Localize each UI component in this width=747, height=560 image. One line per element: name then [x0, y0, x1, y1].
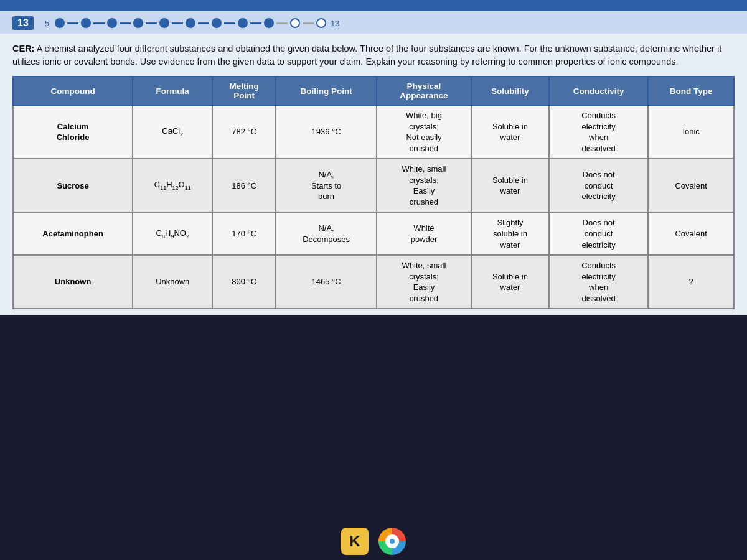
cell-boiling-4: 1465 °C	[276, 255, 377, 309]
cell-bond-1: Ionic	[648, 105, 734, 159]
cell-boiling-3: N/A,Decomposes	[276, 212, 377, 255]
connector-4	[146, 22, 157, 24]
dot-11	[212, 18, 222, 28]
header-appearance: PhysicalAppearance	[377, 77, 471, 105]
cell-bond-3: Covalent	[648, 212, 734, 255]
cell-appearance-3: Whitepowder	[377, 212, 471, 255]
progress-dots	[53, 18, 328, 28]
slide-number: 13	[12, 16, 34, 30]
cell-bond-2: Covalent	[648, 159, 734, 212]
cell-appearance-1: White, bigcrystals;Not easilycrushed	[377, 105, 471, 159]
cell-formula-2: C11H12O11	[133, 159, 212, 212]
header-bond-type: Bond Type	[648, 77, 734, 105]
dot-6	[81, 18, 91, 28]
header-solubility: Solubility	[471, 77, 549, 105]
cell-conductivity-2: Does notconductelectricity	[549, 159, 648, 212]
connector-10	[303, 22, 314, 24]
dot-9	[159, 18, 169, 28]
header-compound: Compound	[13, 77, 133, 105]
dot-8	[133, 18, 143, 28]
connector-6	[198, 22, 209, 24]
cell-boiling-2: N/A,Starts toburn	[276, 159, 377, 212]
top-bar	[0, 0, 747, 11]
dot-10	[186, 18, 195, 28]
cell-boiling-1: 1936 °C	[276, 105, 377, 159]
dot-5	[55, 18, 65, 28]
k-label: K	[349, 533, 360, 550]
dot-7	[107, 18, 117, 28]
cell-melting-4: 800 °C	[212, 255, 276, 309]
cell-solubility-1: Soluble inwater	[471, 105, 549, 159]
table-row: CalciumChloride CaCl2 782 °C 1936 °C Whi…	[13, 105, 734, 159]
dot-14	[290, 18, 300, 28]
connector-2	[93, 22, 105, 24]
connector-5	[172, 22, 183, 24]
header-formula: Formula	[133, 77, 212, 105]
cell-compound-1: CalciumChloride	[13, 105, 133, 159]
step-label-left: 5	[45, 19, 49, 28]
taskbar: K	[0, 523, 747, 560]
table-row: Acetaminophen C8H9NO2 170 °C N/A,Decompo…	[13, 212, 734, 255]
step-label-right: 13	[331, 19, 339, 28]
dot-12	[238, 18, 248, 28]
header-boiling-point: Boiling Point	[276, 77, 377, 105]
content-area: CER: A chemist analyzed four different s…	[0, 34, 747, 315]
cell-solubility-2: Soluble inwater	[471, 159, 549, 212]
table-header-row: Compound Formula MeltingPoint Boiling Po…	[13, 77, 734, 105]
cell-formula-1: CaCl2	[133, 105, 212, 159]
cell-formula-4: Unknown	[133, 255, 212, 309]
header-conductivity: Conductivity	[549, 77, 648, 105]
cell-melting-1: 782 °C	[212, 105, 276, 159]
cell-appearance-2: White, smallcrystals;Easilycrushed	[377, 159, 471, 212]
cell-conductivity-4: Conductselectricitywhendissolved	[549, 255, 648, 309]
header-melting-point: MeltingPoint	[212, 77, 276, 105]
connector-3	[120, 22, 131, 24]
connector-7	[224, 22, 235, 24]
safari-icon[interactable]	[378, 528, 406, 555]
progress-bar: 13 5 13	[0, 11, 747, 34]
cell-conductivity-1: Conductselectricitywhendissolved	[549, 105, 648, 159]
dot-15	[316, 18, 326, 28]
cell-solubility-3: Slightlysoluble inwater	[471, 212, 549, 255]
table-row: Sucrose C11H12O11 186 °C N/A,Starts tobu…	[13, 159, 734, 212]
cell-compound-2: Sucrose	[13, 159, 133, 212]
cell-melting-3: 170 °C	[212, 212, 276, 255]
connector-9	[276, 22, 288, 24]
prompt-text: CER: A chemist analyzed four different s…	[12, 42, 735, 68]
connector-8	[250, 22, 261, 24]
cell-compound-3: Acetaminophen	[13, 212, 133, 255]
k-app-icon[interactable]: K	[341, 528, 369, 555]
cer-label: CER:	[12, 44, 34, 54]
connector-1	[67, 22, 78, 24]
cell-formula-3: C8H9NO2	[133, 212, 212, 255]
table-row: Unknown Unknown 800 °C 1465 °C White, sm…	[13, 255, 734, 309]
data-table: Compound Formula MeltingPoint Boiling Po…	[12, 76, 735, 309]
cell-conductivity-3: Does notconductelectricity	[549, 212, 648, 255]
cell-appearance-4: White, smallcrystals;Easilycrushed	[377, 255, 471, 309]
cell-melting-2: 186 °C	[212, 159, 276, 212]
cell-compound-4: Unknown	[13, 255, 133, 309]
cell-bond-4: ?	[648, 255, 734, 309]
cell-solubility-4: Soluble inwater	[471, 255, 549, 309]
dot-13	[264, 18, 274, 28]
